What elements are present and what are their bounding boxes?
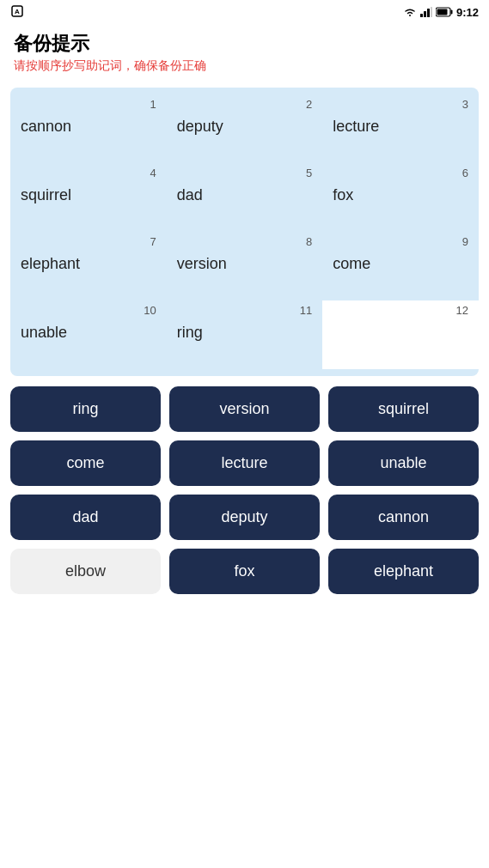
svg-text:A: A — [15, 8, 20, 15]
cell-word: fox — [329, 186, 472, 204]
grid-cell-12: 12 — [322, 300, 479, 369]
cell-word: version — [174, 255, 316, 273]
cell-word: ring — [174, 324, 316, 342]
svg-rect-7 — [450, 10, 452, 15]
word-button-elbow[interactable]: elbow — [10, 549, 161, 594]
svg-rect-4 — [427, 9, 430, 17]
cell-number: 1 — [17, 98, 160, 111]
word-button-dad[interactable]: dad — [10, 495, 161, 540]
status-bar: A 9:12 — [0, 0, 489, 24]
grid-cell-6: 6fox — [322, 163, 479, 232]
grid-cell-3: 3lecture — [322, 94, 479, 163]
status-bar-left: A — [10, 4, 24, 21]
word-button-squirrel[interactable]: squirrel — [328, 386, 479, 432]
cell-number: 11 — [174, 304, 316, 317]
cell-word: unable — [17, 324, 160, 342]
cell-word: come — [329, 255, 472, 273]
cell-word: deputy — [174, 118, 316, 136]
cell-number: 9 — [329, 235, 472, 248]
word-button-fox[interactable]: fox — [169, 549, 320, 594]
grid-cell-5: 5dad — [167, 163, 323, 232]
cell-word: dad — [174, 186, 316, 204]
cell-number: 2 — [174, 98, 316, 111]
word-buttons-grid: ringversionsquirrelcomelectureunabledadd… — [10, 386, 479, 594]
grid-cell-10: 10unable — [10, 300, 167, 369]
word-button-come[interactable]: come — [10, 440, 161, 486]
word-button-elephant[interactable]: elephant — [328, 549, 479, 594]
cell-word: cannon — [17, 118, 160, 136]
word-button-ring[interactable]: ring — [10, 386, 161, 432]
word-button-deputy[interactable]: deputy — [169, 495, 320, 540]
grid-cell-9: 9come — [322, 232, 479, 300]
grid-cell-1: 1cannon — [10, 94, 167, 163]
cell-number: 6 — [329, 167, 472, 179]
svg-rect-3 — [424, 11, 426, 17]
grid-cell-4: 4squirrel — [10, 163, 167, 232]
cell-number: 7 — [17, 235, 160, 248]
grid-cell-8: 8version — [167, 232, 323, 300]
svg-rect-5 — [431, 7, 432, 17]
cell-number: 12 — [329, 304, 472, 317]
svg-rect-2 — [420, 14, 423, 17]
word-button-lecture[interactable]: lecture — [169, 440, 320, 486]
battery-icon — [436, 7, 453, 17]
page-title: 备份提示 — [14, 31, 475, 57]
mnemonic-grid: 1cannon2deputy3lecture4squirrel5dad6fox7… — [10, 88, 479, 376]
cell-number: 3 — [329, 98, 472, 111]
cell-word: elephant — [17, 255, 160, 273]
cell-word: lecture — [329, 118, 472, 136]
grid-table: 1cannon2deputy3lecture4squirrel5dad6fox7… — [10, 94, 479, 369]
word-button-version[interactable]: version — [169, 386, 320, 432]
grid-cell-7: 7elephant — [10, 232, 167, 300]
grid-cell-11: 11ring — [167, 300, 323, 369]
wifi-icon — [403, 7, 417, 17]
cell-number: 5 — [174, 167, 316, 179]
cell-number: 4 — [17, 167, 160, 179]
word-button-cannon[interactable]: cannon — [328, 495, 479, 540]
svg-rect-8 — [437, 9, 447, 15]
header: 备份提示 请按顺序抄写助记词，确保备份正确 — [0, 24, 489, 77]
page-subtitle: 请按顺序抄写助记词，确保备份正确 — [14, 58, 475, 74]
signal-icon — [420, 7, 432, 17]
word-button-unable[interactable]: unable — [328, 440, 479, 486]
cell-number: 10 — [17, 304, 160, 317]
cell-word: squirrel — [17, 186, 160, 204]
cell-number: 8 — [174, 235, 316, 248]
time-display: 9:12 — [456, 6, 479, 19]
grid-cell-2: 2deputy — [167, 94, 323, 163]
status-bar-right: 9:12 — [403, 6, 479, 19]
